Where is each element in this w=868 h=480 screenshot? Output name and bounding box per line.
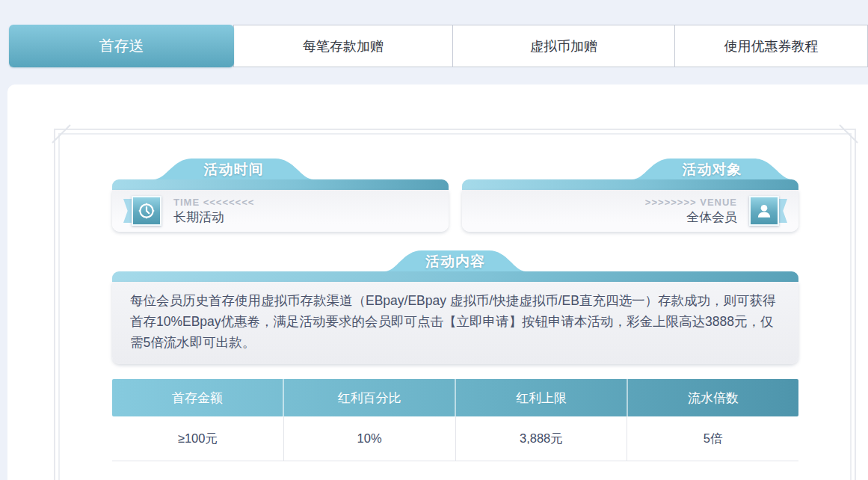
col-header-deposit-amount: 首存金额 <box>112 379 284 416</box>
time-eyebrow: TIME <<<<<<<< <box>173 197 254 209</box>
activity-content-strip <box>112 271 798 282</box>
col-header-bonus-percent: 红利百分比 <box>284 379 456 416</box>
frame-corner-right <box>839 124 858 143</box>
promo-content: 活动时间 <box>112 159 798 461</box>
tab-crypto-bonus[interactable]: 虚拟币加赠 <box>452 25 675 67</box>
info-cards-row: 活动时间 <box>112 159 798 232</box>
tab-coupon-tutorial[interactable]: 使用优惠券教程 <box>674 25 868 67</box>
cell-bonus-cap: 3,888元 <box>456 416 628 461</box>
time-value: 长期活动 <box>173 209 254 225</box>
tab-every-deposit-bonus[interactable]: 每笔存款加赠 <box>233 25 453 67</box>
tab-first-deposit-bonus[interactable]: 首存送 <box>9 25 234 67</box>
cell-deposit-amount: ≥100元 <box>112 416 284 461</box>
frame-corner-left <box>52 124 70 143</box>
member-icon <box>749 196 779 226</box>
promotions-page: 首存送 每笔存款加赠 虚拟币加赠 使用优惠券教程 活动时间 <box>0 0 868 480</box>
activity-venue-body: >>>>>>>> VENUE 全体会员 <box>462 190 798 232</box>
activity-time-badge: 活动时间 <box>153 159 314 179</box>
venue-eyebrow: >>>>>>>> VENUE <box>645 197 737 209</box>
cell-turnover-multiple: 5倍 <box>627 416 798 461</box>
activity-time-text: TIME <<<<<<<< 长期活动 <box>173 197 254 225</box>
bonus-table: 首存金额 红利百分比 红利上限 流水倍数 ≥100元 10% 3,888元 5倍 <box>112 379 798 461</box>
col-header-bonus-cap: 红利上限 <box>456 379 628 416</box>
activity-time-body: TIME <<<<<<<< 长期活动 <box>112 190 449 232</box>
tab-bar: 首存送 每笔存款加赠 虚拟币加赠 使用优惠券教程 <box>0 25 868 67</box>
main-panel: 活动时间 <box>7 84 868 480</box>
activity-time-strip <box>112 179 449 190</box>
activity-time-card: 活动时间 <box>112 159 449 232</box>
table-row: ≥100元 10% 3,888元 5倍 <box>112 416 798 461</box>
col-header-turnover-multiple: 流水倍数 <box>628 379 798 416</box>
activity-content-section: 活动内容 每位会员历史首存使用虚拟币存款渠道（EBpay/EBpay 虚拟币/快… <box>112 250 798 364</box>
venue-value: 全体会员 <box>645 209 737 225</box>
activity-venue-text: >>>>>>>> VENUE 全体会员 <box>645 197 737 225</box>
bonus-table-header: 首存金额 红利百分比 红利上限 流水倍数 <box>112 379 798 416</box>
activity-venue-card: 活动对象 >>>>>>>> VENUE 全体会员 <box>462 159 798 232</box>
cell-bonus-percent: 10% <box>284 416 456 461</box>
activity-content-badge: 活动内容 <box>384 250 526 271</box>
clock-icon <box>132 196 161 226</box>
activity-venue-strip <box>462 179 798 190</box>
activity-content-text: 每位会员历史首存使用虚拟币存款渠道（EBpay/EBpay 虚拟币/快捷虚拟币/… <box>112 282 798 364</box>
activity-venue-badge: 活动对象 <box>632 159 792 179</box>
